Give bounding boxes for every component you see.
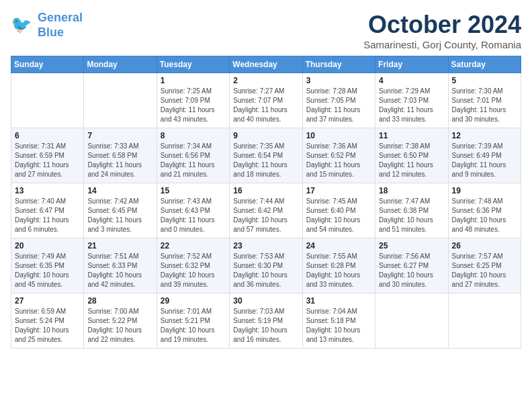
day-content: Sunrise: 7:56 AMSunset: 6:27 PMDaylight:… xyxy=(379,252,444,289)
day-content: Sunrise: 6:59 AMSunset: 5:24 PMDaylight:… xyxy=(15,307,80,345)
logo-text: GeneralBlue xyxy=(38,11,83,40)
day-content: Sunrise: 7:44 AMSunset: 6:42 PMDaylight:… xyxy=(233,197,298,234)
calendar-cell: 16Sunrise: 7:44 AMSunset: 6:42 PMDayligh… xyxy=(230,183,302,238)
calendar-cell: 23Sunrise: 7:53 AMSunset: 6:30 PMDayligh… xyxy=(230,238,302,293)
day-number: 1 xyxy=(161,76,226,85)
calendar-cell: 19Sunrise: 7:48 AMSunset: 6:36 PMDayligh… xyxy=(448,183,521,238)
day-content: Sunrise: 7:39 AMSunset: 6:49 PMDaylight:… xyxy=(452,142,517,179)
weekday-header-wednesday: Wednesday xyxy=(230,56,302,73)
day-content: Sunrise: 7:25 AMSunset: 7:09 PMDaylight:… xyxy=(161,87,226,124)
calendar-cell: 13Sunrise: 7:40 AMSunset: 6:47 PMDayligh… xyxy=(11,183,84,238)
calendar-cell: 1Sunrise: 7:25 AMSunset: 7:09 PMDaylight… xyxy=(157,73,229,128)
month-title: October 2024 xyxy=(363,11,521,39)
day-number: 27 xyxy=(15,296,80,306)
weekday-header-sunday: Sunday xyxy=(11,56,84,73)
day-number: 31 xyxy=(306,296,371,306)
day-number: 28 xyxy=(87,296,152,306)
day-number: 25 xyxy=(379,241,444,250)
day-number: 4 xyxy=(379,76,444,85)
calendar-cell: 18Sunrise: 7:47 AMSunset: 6:38 PMDayligh… xyxy=(375,183,448,238)
calendar-week-row: 20Sunrise: 7:49 AMSunset: 6:35 PMDayligh… xyxy=(11,238,521,293)
calendar-cell: 25Sunrise: 7:56 AMSunset: 6:27 PMDayligh… xyxy=(375,238,448,293)
day-content: Sunrise: 7:48 AMSunset: 6:36 PMDaylight:… xyxy=(452,197,517,234)
day-content: Sunrise: 7:03 AMSunset: 5:19 PMDaylight:… xyxy=(233,307,298,345)
day-number: 15 xyxy=(161,186,226,195)
page-header: 🐦 GeneralBlue October 2024 Samarinesti, … xyxy=(11,11,521,50)
calendar-cell: 6Sunrise: 7:31 AMSunset: 6:59 PMDaylight… xyxy=(11,128,84,183)
day-content: Sunrise: 7:30 AMSunset: 7:01 PMDaylight:… xyxy=(452,87,517,124)
calendar-cell: 5Sunrise: 7:30 AMSunset: 7:01 PMDaylight… xyxy=(448,73,521,128)
day-number: 21 xyxy=(87,241,152,250)
day-number: 16 xyxy=(233,186,298,195)
calendar-cell xyxy=(11,73,84,128)
calendar-cell: 28Sunrise: 7:00 AMSunset: 5:22 PMDayligh… xyxy=(84,293,157,349)
day-content: Sunrise: 7:42 AMSunset: 6:45 PMDaylight:… xyxy=(87,197,152,234)
day-content: Sunrise: 7:28 AMSunset: 7:05 PMDaylight:… xyxy=(306,87,371,124)
calendar-cell: 27Sunrise: 6:59 AMSunset: 5:24 PMDayligh… xyxy=(11,293,84,349)
calendar-cell: 14Sunrise: 7:42 AMSunset: 6:45 PMDayligh… xyxy=(84,183,157,238)
day-content: Sunrise: 7:49 AMSunset: 6:35 PMDaylight:… xyxy=(15,252,80,289)
calendar-cell: 8Sunrise: 7:34 AMSunset: 6:56 PMDaylight… xyxy=(157,128,229,183)
calendar-cell xyxy=(84,73,157,128)
calendar-cell: 26Sunrise: 7:57 AMSunset: 6:25 PMDayligh… xyxy=(448,238,521,293)
day-number: 19 xyxy=(452,186,517,195)
day-content: Sunrise: 7:33 AMSunset: 6:58 PMDaylight:… xyxy=(87,142,152,179)
day-content: Sunrise: 7:34 AMSunset: 6:56 PMDaylight:… xyxy=(161,142,226,179)
calendar-week-row: 6Sunrise: 7:31 AMSunset: 6:59 PMDaylight… xyxy=(11,128,521,183)
day-number: 26 xyxy=(452,241,517,250)
day-content: Sunrise: 7:38 AMSunset: 6:50 PMDaylight:… xyxy=(379,142,444,179)
day-content: Sunrise: 7:55 AMSunset: 6:28 PMDaylight:… xyxy=(306,252,371,289)
calendar-week-row: 27Sunrise: 6:59 AMSunset: 5:24 PMDayligh… xyxy=(11,293,521,349)
day-content: Sunrise: 7:04 AMSunset: 5:18 PMDaylight:… xyxy=(306,307,371,345)
calendar-table: SundayMondayTuesdayWednesdayThursdayFrid… xyxy=(11,56,521,349)
day-number: 3 xyxy=(306,76,371,85)
day-content: Sunrise: 7:00 AMSunset: 5:22 PMDaylight:… xyxy=(87,307,152,345)
day-number: 11 xyxy=(379,131,444,140)
calendar-week-row: 1Sunrise: 7:25 AMSunset: 7:09 PMDaylight… xyxy=(11,73,521,128)
calendar-cell: 11Sunrise: 7:38 AMSunset: 6:50 PMDayligh… xyxy=(375,128,448,183)
day-content: Sunrise: 7:51 AMSunset: 6:33 PMDaylight:… xyxy=(87,252,152,289)
day-number: 7 xyxy=(87,131,152,140)
calendar-cell: 7Sunrise: 7:33 AMSunset: 6:58 PMDaylight… xyxy=(84,128,157,183)
calendar-cell xyxy=(448,293,521,349)
weekday-header-thursday: Thursday xyxy=(302,56,375,73)
weekday-header-row: SundayMondayTuesdayWednesdayThursdayFrid… xyxy=(11,56,521,73)
location-subtitle: Samarinesti, Gorj County, Romania xyxy=(363,39,521,50)
day-number: 18 xyxy=(379,186,444,195)
weekday-header-tuesday: Tuesday xyxy=(157,56,229,73)
day-content: Sunrise: 7:45 AMSunset: 6:40 PMDaylight:… xyxy=(306,197,371,234)
day-number: 20 xyxy=(15,241,80,250)
day-content: Sunrise: 7:01 AMSunset: 5:21 PMDaylight:… xyxy=(161,307,226,345)
day-content: Sunrise: 7:53 AMSunset: 6:30 PMDaylight:… xyxy=(233,252,298,289)
weekday-header-saturday: Saturday xyxy=(448,56,521,73)
day-content: Sunrise: 7:36 AMSunset: 6:52 PMDaylight:… xyxy=(306,142,371,179)
day-number: 23 xyxy=(233,241,298,250)
day-content: Sunrise: 7:27 AMSunset: 7:07 PMDaylight:… xyxy=(233,87,298,124)
day-number: 8 xyxy=(161,131,226,140)
calendar-cell: 30Sunrise: 7:03 AMSunset: 5:19 PMDayligh… xyxy=(230,293,302,349)
calendar-cell: 12Sunrise: 7:39 AMSunset: 6:49 PMDayligh… xyxy=(448,128,521,183)
day-number: 24 xyxy=(306,241,371,250)
calendar-cell: 10Sunrise: 7:36 AMSunset: 6:52 PMDayligh… xyxy=(302,128,375,183)
calendar-cell: 29Sunrise: 7:01 AMSunset: 5:21 PMDayligh… xyxy=(157,293,229,349)
calendar-cell: 4Sunrise: 7:29 AMSunset: 7:03 PMDaylight… xyxy=(375,73,448,128)
calendar-cell: 31Sunrise: 7:04 AMSunset: 5:18 PMDayligh… xyxy=(302,293,375,349)
calendar-cell: 22Sunrise: 7:52 AMSunset: 6:32 PMDayligh… xyxy=(157,238,229,293)
day-number: 29 xyxy=(161,296,226,306)
day-content: Sunrise: 7:31 AMSunset: 6:59 PMDaylight:… xyxy=(15,142,80,179)
day-number: 6 xyxy=(15,131,80,140)
day-number: 22 xyxy=(161,241,226,250)
logo: 🐦 GeneralBlue xyxy=(11,11,83,40)
day-content: Sunrise: 7:40 AMSunset: 6:47 PMDaylight:… xyxy=(15,197,80,234)
day-content: Sunrise: 7:29 AMSunset: 7:03 PMDaylight:… xyxy=(379,87,444,124)
calendar-cell: 2Sunrise: 7:27 AMSunset: 7:07 PMDaylight… xyxy=(230,73,302,128)
day-content: Sunrise: 7:43 AMSunset: 6:43 PMDaylight:… xyxy=(161,197,226,234)
svg-text:🐦: 🐦 xyxy=(11,14,32,35)
calendar-cell: 21Sunrise: 7:51 AMSunset: 6:33 PMDayligh… xyxy=(84,238,157,293)
day-number: 10 xyxy=(306,131,371,140)
weekday-header-monday: Monday xyxy=(84,56,157,73)
day-content: Sunrise: 7:47 AMSunset: 6:38 PMDaylight:… xyxy=(379,197,444,234)
day-number: 14 xyxy=(87,186,152,195)
weekday-header-friday: Friday xyxy=(375,56,448,73)
title-block: October 2024 Samarinesti, Gorj County, R… xyxy=(363,11,521,50)
